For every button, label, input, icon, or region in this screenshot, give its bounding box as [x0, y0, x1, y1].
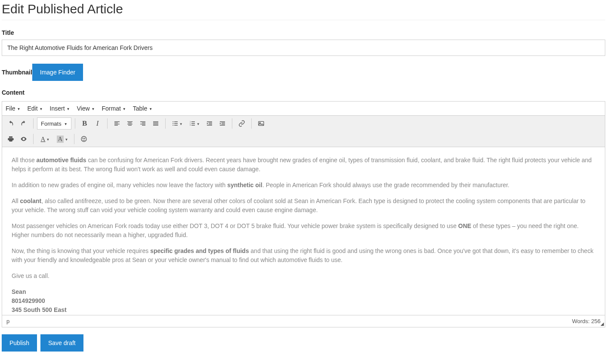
editor-statusbar: p Words: 256 ◢ — [2, 315, 605, 327]
undo-icon[interactable] — [5, 117, 17, 130]
outdent-icon[interactable] — [203, 117, 216, 130]
title-input[interactable] — [2, 40, 605, 56]
svg-point-9 — [83, 138, 83, 139]
editor-menubar: File▼ Edit▼ Insert▼ View▼ Format▼ Table▼ — [2, 102, 605, 116]
caret-down-icon: ▼ — [40, 107, 43, 111]
menu-view[interactable]: View▼ — [77, 103, 95, 114]
publish-button[interactable]: Publish — [2, 334, 37, 352]
background-color-icon[interactable]: A▼ — [54, 133, 71, 145]
element-path[interactable]: p — [6, 318, 9, 324]
svg-point-8 — [81, 136, 86, 142]
align-justify-icon[interactable] — [150, 117, 162, 130]
menu-format[interactable]: Format▼ — [102, 103, 126, 114]
rich-text-editor: File▼ Edit▼ Insert▼ View▼ Format▼ Table▼… — [2, 101, 605, 327]
indent-icon[interactable] — [216, 117, 228, 130]
editor-content[interactable]: All those automotive fluids can be confu… — [2, 147, 605, 315]
image-finder-button[interactable]: Image Finder — [32, 64, 83, 81]
menu-edit[interactable]: Edit▼ — [27, 103, 43, 114]
link-icon[interactable] — [236, 117, 248, 130]
align-center-icon[interactable] — [124, 117, 136, 130]
caret-down-icon: ▼ — [149, 107, 152, 111]
svg-point-2 — [173, 125, 173, 126]
redo-icon[interactable] — [18, 117, 30, 130]
bold-icon[interactable]: B — [79, 117, 91, 130]
numbered-list-icon[interactable]: 123▼ — [186, 117, 203, 130]
menu-insert[interactable]: Insert▼ — [50, 103, 70, 114]
thumbnail-label: Thumbnail — [2, 69, 32, 76]
emoji-icon[interactable] — [78, 133, 90, 145]
signature-block: Sean 8014929900 345 South 500 East Ameri… — [12, 287, 595, 315]
svg-point-0 — [173, 121, 173, 122]
preview-icon[interactable] — [18, 133, 30, 145]
menu-table[interactable]: Table▼ — [133, 103, 152, 114]
content-label: Content — [2, 89, 25, 96]
bullet-list-icon[interactable]: ▼ — [169, 117, 185, 130]
page-title: Edit Published Article — [2, 2, 605, 16]
menu-file[interactable]: File▼ — [6, 103, 20, 114]
caret-down-icon: ▼ — [17, 107, 21, 111]
title-label: Title — [2, 29, 14, 36]
word-count: Words: 256 — [572, 318, 601, 324]
align-right-icon[interactable] — [137, 117, 149, 130]
caret-down-icon: ▼ — [67, 107, 70, 111]
resize-handle-icon[interactable]: ◢ — [601, 321, 604, 326]
formats-dropdown[interactable]: Formats▼ — [37, 117, 71, 130]
svg-text:3: 3 — [190, 124, 191, 126]
svg-point-10 — [84, 138, 85, 139]
caret-down-icon: ▼ — [123, 107, 126, 111]
text-color-icon[interactable]: A▼ — [37, 133, 53, 145]
caret-down-icon: ▼ — [92, 107, 95, 111]
image-icon[interactable] — [255, 117, 267, 130]
save-draft-button[interactable]: Save draft — [40, 334, 83, 352]
align-left-icon[interactable] — [111, 117, 123, 130]
svg-point-1 — [173, 123, 173, 124]
divider — [2, 20, 605, 20]
editor-toolbar: Formats▼ B I ▼ 123▼ A▼ A▼ — [2, 116, 605, 147]
italic-icon[interactable]: I — [92, 117, 104, 130]
print-icon[interactable] — [5, 133, 17, 145]
